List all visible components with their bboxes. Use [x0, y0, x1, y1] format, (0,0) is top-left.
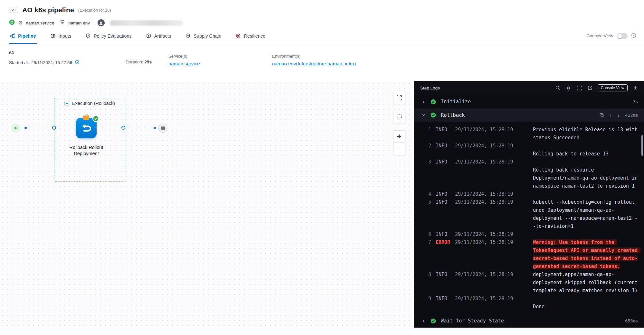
tab-label: Supply Chain: [194, 33, 221, 39]
log-message: Rolling back to release 13: [533, 142, 640, 158]
log-line: 8 INFO 29/11/2024, 15:28:19 deployment.a…: [427, 271, 644, 295]
edge-connector-ring: [52, 126, 56, 130]
tab-label: Inputs: [59, 33, 71, 39]
log-level: INFO: [436, 295, 450, 303]
canvas-fullscreen-button[interactable]: [393, 92, 405, 104]
settings-gear-icon[interactable]: ⚙: [18, 20, 23, 25]
log-message: Done.: [533, 295, 640, 311]
service-link[interactable]: naman service: [168, 61, 200, 66]
log-section-rollback[interactable]: Rollback ↑ ↓ 422ms: [414, 108, 644, 122]
started-at: Started at: 29/11/2024, 15:27:56: [9, 60, 80, 66]
success-check-badge: [92, 115, 99, 122]
tab-resilience[interactable]: Resilience: [235, 28, 266, 44]
inputs-icon: [50, 33, 56, 39]
tab-label: Artifacts: [154, 33, 171, 39]
log-line: 9 INFO 29/11/2024, 15:28:19 Done.: [427, 295, 644, 311]
log-timestamp: 29/11/2024, 15:28:19: [455, 238, 515, 247]
log-line-number: 3: [427, 158, 431, 166]
step-logs-title: Step Logs: [420, 86, 440, 90]
tab-artifacts[interactable]: Artifacts: [145, 28, 172, 44]
group-label: Execution (Rollback): [72, 101, 115, 106]
log-level: INFO: [436, 126, 450, 134]
zoom-in-icon: [396, 134, 402, 139]
environment-link[interactable]: naman env(Infrastructure:naman_infra): [272, 61, 356, 66]
log-line-number: 5: [427, 198, 431, 206]
log-level: INFO: [436, 198, 450, 206]
stage-info-bar: s1 Started at: 29/11/2024, 15:27:56 Dura…: [0, 44, 644, 81]
log-message: Warning: Use tokens from the TokenReques…: [533, 238, 640, 271]
search-icon[interactable]: [555, 85, 560, 90]
section-duration: 658ms: [625, 318, 638, 323]
tab-label: Pipeline: [18, 33, 36, 39]
open-in-new-icon[interactable]: [587, 85, 592, 90]
tab-inputs[interactable]: Inputs: [50, 28, 72, 44]
log-line: 1 INFO 29/11/2024, 15:28:19 Previous eli…: [427, 126, 644, 142]
log-section-initialize[interactable]: Initialize 3s: [414, 95, 644, 108]
execution-header: v0 AO k8s pipeline (Execution Id: 18) ⚙ …: [0, 0, 644, 27]
execution-rollback-group[interactable]: Execution (Rollback): [54, 98, 125, 181]
play-icon: [14, 126, 18, 130]
log-message: Previous eligible Release is 13 with sta…: [533, 126, 640, 142]
copy-logs-icon[interactable]: [599, 113, 604, 117]
chevron-right-icon: [421, 100, 426, 104]
log-section-wait-for-steady-state[interactable]: Wait for Steady State 658ms: [414, 314, 644, 328]
canvas-select-button[interactable]: [393, 111, 405, 123]
log-timestamp: 29/11/2024, 15:28:19: [455, 230, 515, 238]
log-level: INFO: [436, 271, 450, 279]
chevron-down-icon: [421, 113, 426, 117]
environments-label: Environment(s): [272, 54, 300, 59]
log-line-number: 2: [427, 142, 431, 150]
scroll-up-icon[interactable]: ↑: [609, 113, 612, 118]
duration: Duration: 29s: [126, 60, 152, 64]
tab-supply-chain[interactable]: Supply Chain: [185, 28, 222, 44]
log-message: kubectl --kubeconfig=config rollout undo…: [533, 198, 640, 230]
log-level: INFO: [436, 190, 450, 198]
edge-port-dot: [24, 127, 27, 129]
section-name: Wait for Steady State: [441, 318, 504, 324]
log-settings-gear-icon[interactable]: [565, 85, 572, 91]
history-icon[interactable]: [74, 60, 80, 66]
rollback-step-node[interactable]: [76, 118, 97, 138]
started-value: 29/11/2024, 15:27:56: [31, 60, 72, 65]
collapse-group-button[interactable]: [64, 101, 69, 106]
zoom-out-button[interactable]: [393, 143, 405, 155]
marquee-select-icon: [396, 114, 402, 120]
download-logs-icon[interactable]: [633, 85, 638, 91]
tab-label: Policy Evaluations: [94, 33, 132, 39]
pipeline-icon: [10, 33, 15, 39]
execution-id: (Execution Id: 18): [78, 8, 111, 13]
started-label: Started at:: [9, 60, 29, 65]
artifacts-box-icon: [146, 33, 151, 39]
log-level: INFO: [436, 230, 450, 238]
info-icon[interactable]: [631, 33, 636, 39]
log-timestamp: 29/11/2024, 15:28:19: [455, 158, 515, 166]
pipeline-canvas[interactable]: Execution (Rollback) Rollback Rollout De…: [0, 81, 414, 328]
log-level: INFO: [436, 158, 450, 166]
service-name: naman service: [26, 21, 54, 25]
start-node[interactable]: [11, 124, 20, 133]
tab-pipeline[interactable]: Pipeline: [9, 28, 37, 44]
environment-name: naman env: [68, 21, 90, 25]
log-message: deployment.apps/naman-qa-ao-deployment s…: [533, 271, 640, 295]
logs-scrollbar-thumb[interactable]: [641, 135, 643, 156]
version-badge: v0: [9, 7, 18, 13]
log-line-error: 7 ERROR 29/11/2024, 15:28:19 Warning: Us…: [427, 238, 644, 271]
console-view-label: Console View: [587, 33, 613, 38]
log-line-number: 9: [427, 295, 431, 303]
policy-shield-icon: [85, 33, 91, 39]
edge-connector-ring: [121, 126, 125, 130]
expand-logs-icon[interactable]: [577, 85, 582, 91]
scroll-down-icon[interactable]: ↓: [617, 113, 620, 118]
log-timestamp: 29/11/2024, 15:28:19: [455, 295, 515, 303]
tab-policy-evaluations[interactable]: Policy Evaluations: [85, 28, 132, 44]
zoom-in-button[interactable]: [393, 130, 405, 143]
log-line: 4 INFO 29/11/2024, 15:28:19: [427, 190, 644, 198]
environment-icon: [60, 20, 65, 26]
console-view-button[interactable]: Console View: [598, 84, 628, 91]
success-check-icon: [431, 112, 436, 118]
user-avatar-icon: [98, 19, 105, 26]
tab-label: Resilience: [244, 33, 265, 39]
console-view-toggle[interactable]: [617, 33, 628, 39]
section-name: Initialize: [441, 99, 471, 105]
log-lines: 1 INFO 29/11/2024, 15:28:19 Previous eli…: [414, 122, 644, 314]
